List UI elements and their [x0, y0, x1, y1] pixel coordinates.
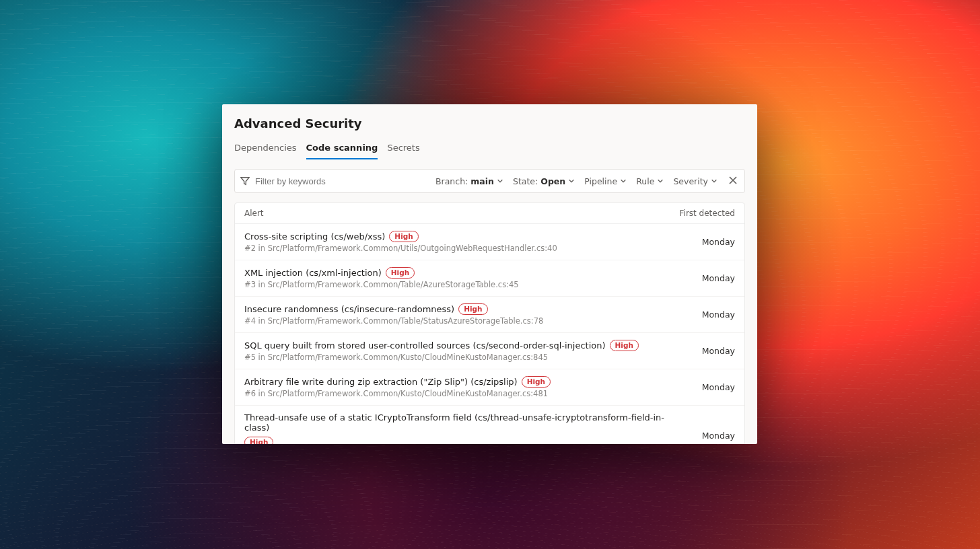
severity-badge: High: [458, 303, 487, 315]
tab-code-scanning[interactable]: Code scanning: [306, 139, 378, 159]
alert-title: Thread-unsafe use of a static ICryptoTra…: [244, 412, 689, 433]
branch-value: main: [470, 176, 494, 186]
tabs: Dependencies Code scanning Secrets: [234, 139, 745, 159]
alert-location: #5 in Src/Platform/Framework.Common/Kust…: [244, 353, 689, 362]
alert-title: SQL query built from stored user-control…: [244, 340, 606, 351]
column-first-detected: First detected: [680, 209, 735, 218]
table-row[interactable]: Insecure randomness (cs/insecure-randomn…: [235, 297, 744, 333]
table-row[interactable]: Cross-site scripting (cs/web/xss) High #…: [235, 224, 744, 260]
state-dropdown[interactable]: State: Open: [513, 176, 575, 186]
chevron-down-icon: [711, 178, 718, 184]
alert-location: #6 in Src/Platform/Framework.Common/Kust…: [244, 389, 689, 398]
first-detected-value: Monday: [689, 431, 735, 441]
chevron-down-icon: [620, 178, 627, 184]
chevron-down-icon: [657, 178, 664, 184]
table-row[interactable]: Thread-unsafe use of a static ICryptoTra…: [235, 406, 744, 444]
close-icon: [728, 176, 738, 185]
clear-filters-button[interactable]: [727, 176, 739, 187]
filter-bar: Branch: main State: Open Pipeline R: [234, 169, 745, 193]
branch-dropdown[interactable]: Branch: main: [435, 176, 503, 186]
first-detected-value: Monday: [689, 273, 735, 283]
severity-badge: High: [386, 267, 415, 279]
state-label: State:: [513, 176, 538, 186]
rule-dropdown[interactable]: Rule: [636, 176, 664, 186]
column-alert: Alert: [244, 209, 264, 218]
severity-badge: High: [610, 340, 639, 351]
state-value: Open: [540, 176, 565, 186]
alert-location: #3 in Src/Platform/Framework.Common/Tabl…: [244, 280, 689, 289]
filter-input[interactable]: [255, 176, 430, 186]
alert-title: Arbitrary file write during zip extracti…: [244, 377, 518, 387]
severity-dropdown[interactable]: Severity: [673, 176, 718, 186]
table-row[interactable]: XML injection (cs/xml-injection) High #3…: [235, 260, 744, 297]
page-title: Advanced Security: [234, 116, 745, 131]
chevron-down-icon: [497, 178, 503, 184]
alert-location: #2 in Src/Platform/Framework.Common/Util…: [244, 244, 689, 253]
severity-badge: High: [389, 231, 418, 242]
filter-icon: [240, 176, 250, 186]
tab-secrets[interactable]: Secrets: [387, 139, 419, 159]
table-row[interactable]: SQL query built from stored user-control…: [235, 333, 744, 369]
first-detected-value: Monday: [689, 346, 735, 356]
pipeline-dropdown[interactable]: Pipeline: [584, 176, 627, 186]
first-detected-value: Monday: [689, 309, 735, 320]
table-row[interactable]: Arbitrary file write during zip extracti…: [235, 369, 744, 406]
chevron-down-icon: [568, 178, 575, 184]
severity-label: Severity: [673, 176, 708, 186]
severity-badge: High: [244, 437, 273, 444]
alerts-table: Alert First detected Cross-site scriptin…: [234, 203, 745, 444]
alert-title: Insecure randomness (cs/insecure-randomn…: [244, 304, 454, 314]
first-detected-value: Monday: [689, 237, 735, 247]
tab-dependencies[interactable]: Dependencies: [234, 139, 297, 159]
branch-label: Branch:: [435, 176, 468, 186]
first-detected-value: Monday: [689, 382, 735, 392]
background: Advanced Security Dependencies Code scan…: [0, 0, 980, 549]
alert-title: XML injection (cs/xml-injection): [244, 268, 382, 278]
severity-badge: High: [522, 376, 551, 388]
advanced-security-panel: Advanced Security Dependencies Code scan…: [222, 104, 757, 444]
alert-title: Cross-site scripting (cs/web/xss): [244, 231, 385, 242]
alert-location: #4 in Src/Platform/Framework.Common/Tabl…: [244, 316, 689, 326]
table-header: Alert First detected: [235, 203, 744, 224]
rule-label: Rule: [636, 176, 654, 186]
pipeline-label: Pipeline: [584, 176, 617, 186]
